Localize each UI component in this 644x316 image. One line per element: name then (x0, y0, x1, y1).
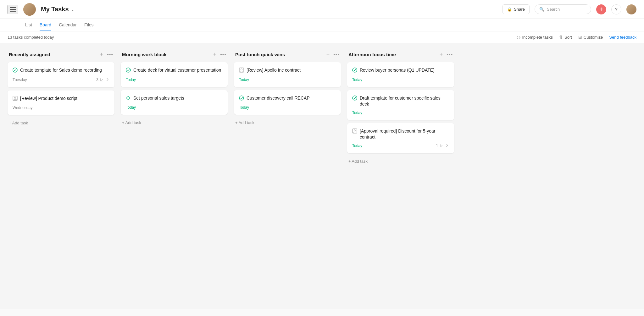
column-afternoon-focus-time: Afternoon focus time+•••Review buyer per… (347, 51, 454, 166)
column-menu-button-morning-work-block[interactable]: ••• (220, 52, 226, 57)
card-title-text-card-7: Review buyer personas (Q1 UPDATE) (360, 67, 435, 74)
sort-button[interactable]: ⇅ Sort (559, 35, 572, 40)
card-card-1[interactable]: Create template for Sales demo recording… (8, 62, 114, 87)
card-card-2[interactable]: [Review] Product demo scriptWednesday (8, 90, 114, 115)
card-meta-card-1: Tuesday3 (13, 78, 109, 82)
card-title-row-card-2: [Review] Product demo script (13, 95, 109, 103)
lock-icon: 🔒 (507, 7, 512, 12)
hamburger-button[interactable] (8, 5, 18, 14)
customize-button[interactable]: ⊞ Customize (578, 35, 603, 40)
card-badges-card-1: 3 (96, 78, 109, 82)
card-date-card-3: Today (126, 78, 136, 82)
sort-icon: ⇅ (559, 35, 563, 40)
tab-board[interactable]: Board (40, 20, 51, 30)
page-title: My Tasks (41, 6, 69, 13)
tab-files[interactable]: Files (84, 20, 94, 30)
card-card-8[interactable]: Draft template for customer specific sal… (347, 90, 454, 120)
sort-label: Sort (564, 35, 572, 40)
card-card-5[interactable]: [Review] Apollo Inc contractToday (234, 62, 341, 87)
subtask-count-icon: 1 (436, 144, 443, 148)
title-dropdown-icon[interactable]: ⌄ (71, 7, 75, 12)
incomplete-tasks-label: Incomplete tasks (522, 35, 553, 40)
add-task-button-morning-work-block[interactable]: + Add task (121, 118, 228, 128)
card-meta-card-2: Wednesday (13, 106, 109, 110)
share-label: Share (514, 7, 525, 12)
user-avatar[interactable] (626, 4, 636, 14)
card-meta-card-9: Today1 (352, 144, 449, 148)
tasks-completed: 13 tasks completed today (8, 35, 54, 40)
card-date-card-9: Today (352, 144, 362, 148)
incomplete-tasks-button[interactable]: ◎ Incomplete tasks (517, 35, 553, 40)
customize-label: Customize (584, 35, 603, 40)
card-date-card-6: Today (239, 105, 249, 110)
subnav: List Board Calendar Files (0, 19, 644, 31)
column-post-lunch-quick-wins: Post-lunch quick wins+•••[Review] Apollo… (234, 51, 341, 128)
help-button[interactable]: ? (611, 4, 621, 14)
add-task-button-afternoon-focus-time[interactable]: + Add task (347, 156, 454, 166)
send-feedback-button[interactable]: Send feedback (609, 35, 636, 40)
svg-point-5 (241, 69, 242, 70)
column-header-post-lunch-quick-wins: Post-lunch quick wins+••• (234, 51, 341, 62)
card-card-3[interactable]: Create deck for virtual customer present… (121, 62, 228, 87)
svg-point-10 (354, 130, 355, 131)
toolbar: 13 tasks completed today ◎ Incomplete ta… (0, 31, 644, 43)
board: Recently assigned+•••Create template for… (0, 43, 644, 309)
share-button[interactable]: 🔒 Share (502, 4, 530, 14)
column-menu-button-recently-assigned[interactable]: ••• (107, 52, 113, 57)
person-icon (239, 68, 244, 74)
column-menu-button-post-lunch-quick-wins[interactable]: ••• (333, 52, 340, 57)
card-card-4[interactable]: Set personal sales targetsToday (121, 90, 228, 115)
column-title-morning-work-block: Morning work block (122, 52, 209, 57)
card-date-card-8: Today (352, 111, 362, 115)
card-card-6[interactable]: Customer discovery call RECAPToday (234, 90, 341, 115)
card-title-row-card-8: Draft template for customer specific sal… (352, 95, 449, 107)
card-badges-card-9: 1 (436, 144, 449, 148)
column-header-morning-work-block: Morning work block+••• (121, 51, 228, 62)
column-add-button-post-lunch-quick-wins[interactable]: + (325, 51, 331, 58)
arrow-icon (445, 144, 449, 148)
page-title-area: My Tasks ⌄ (41, 6, 75, 13)
card-date-card-2: Wednesday (13, 106, 32, 110)
card-title-row-card-9: [Approval required] Discount for 5-year … (352, 128, 449, 140)
column-menu-button-afternoon-focus-time[interactable]: ••• (447, 52, 453, 57)
card-date-card-4: Today (126, 105, 136, 110)
column-header-recently-assigned: Recently assigned+••• (8, 51, 114, 62)
card-meta-card-5: Today (239, 78, 336, 82)
card-card-7[interactable]: Review buyer personas (Q1 UPDATE)Today (347, 62, 454, 87)
search-box[interactable]: 🔍 Search (535, 4, 591, 14)
card-title-text-card-8: Draft template for customer specific sal… (360, 95, 449, 107)
card-title-text-card-4: Set personal sales targets (133, 95, 184, 101)
tab-list[interactable]: List (25, 20, 32, 30)
subtask-count-icon: 3 (96, 78, 104, 82)
card-title-text-card-2: [Review] Product demo script (20, 95, 77, 102)
column-add-button-afternoon-focus-time[interactable]: + (438, 51, 444, 58)
column-add-button-morning-work-block[interactable]: + (212, 51, 218, 58)
diamond-icon (126, 95, 131, 102)
card-title-row-card-5: [Review] Apollo Inc contract (239, 67, 336, 74)
column-add-button-recently-assigned[interactable]: + (99, 51, 105, 58)
person-icon (352, 128, 357, 135)
check-circle-icon (239, 95, 244, 102)
person-icon (13, 96, 18, 103)
check-circle-icon (126, 68, 131, 74)
toolbar-actions: ◎ Incomplete tasks ⇅ Sort ⊞ Customize Se… (517, 35, 636, 40)
add-task-button-recently-assigned[interactable]: + Add task (8, 118, 114, 128)
card-card-9[interactable]: [Approval required] Discount for 5-year … (347, 123, 454, 153)
tab-calendar[interactable]: Calendar (59, 20, 77, 30)
card-date-card-1: Tuesday (13, 78, 27, 82)
svg-point-2 (14, 97, 16, 98)
card-date-card-5: Today (239, 78, 249, 82)
search-placeholder: Search (547, 7, 560, 12)
card-meta-card-7: Today (352, 78, 449, 82)
add-button[interactable]: + (596, 4, 606, 14)
card-title-row-card-1: Create template for Sales demo recording (13, 67, 109, 74)
header: My Tasks ⌄ 🔒 Share 🔍 Search + ? (0, 0, 644, 19)
avatar (23, 3, 36, 16)
card-meta-card-4: Today (126, 105, 223, 110)
column-morning-work-block: Morning work block+•••Create deck for vi… (121, 51, 228, 128)
circle-check-icon: ◎ (517, 35, 520, 40)
card-title-text-card-3: Create deck for virtual customer present… (133, 67, 221, 74)
card-title-row-card-7: Review buyer personas (Q1 UPDATE) (352, 67, 449, 74)
card-title-text-card-5: [Review] Apollo Inc contract (247, 67, 301, 74)
add-task-button-post-lunch-quick-wins[interactable]: + Add task (234, 118, 341, 128)
